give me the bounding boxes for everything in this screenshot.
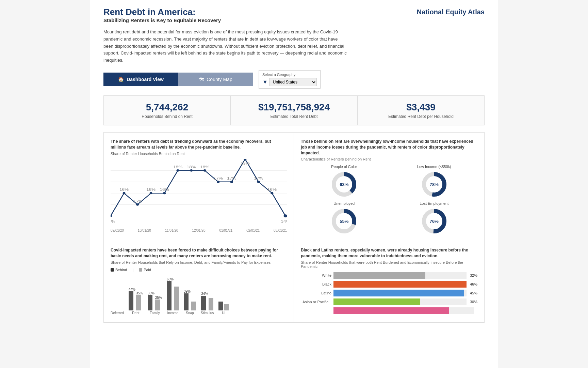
- legend-row: Behind | Paid: [111, 268, 287, 272]
- donut-pct-1: 63%: [340, 182, 348, 187]
- households-number: 5,744,262: [107, 102, 227, 113]
- legend-behind: Behind: [111, 268, 127, 272]
- stats-row: 5,744,262 Households Behind on Rent $19,…: [103, 95, 485, 125]
- donut-grid: People of Color 63% Low Income (<$50k): [301, 165, 477, 235]
- legend-dot-paid: [139, 268, 142, 272]
- x-label: 03/01/21: [274, 229, 287, 232]
- title-block: Rent Debt in America: Stabilizing Renter…: [103, 7, 221, 23]
- legend-dot-behind: [111, 268, 114, 272]
- bar-label-income: Income: [167, 311, 179, 315]
- line-label: 18%: [173, 165, 182, 169]
- bar-track-white: [333, 272, 467, 279]
- bar-behind-ui: [218, 302, 223, 310]
- data-point: [271, 192, 273, 194]
- bar-label-stimulus: Stimulus: [201, 311, 214, 315]
- donut-pct-4: 76%: [430, 219, 439, 224]
- bar-track-other: [333, 307, 474, 314]
- bar-label-ui: UI: [222, 311, 225, 315]
- bar-col-snap: 39% Snap: [184, 280, 196, 315]
- x-label: 02/01/21: [246, 229, 260, 232]
- bar-paid-income: [174, 287, 179, 310]
- bar-col-debt: 44% 35% Debt: [129, 280, 143, 315]
- county-map-label: County Map: [207, 77, 232, 82]
- grouped-bar-subtitle: Share of Renter Households that Rely on …: [111, 260, 287, 264]
- intro-text: Mounting rent debt and the potential for…: [103, 29, 348, 64]
- data-point: [177, 169, 179, 172]
- bar-fill-asian: [333, 298, 420, 305]
- bar-wrap-paid-income: [174, 287, 179, 310]
- data-point: [190, 169, 193, 172]
- charts-grid-top: The share of renters with debt is trendi…: [103, 132, 485, 323]
- bar-paid-family: [155, 300, 160, 310]
- bar-pct-black: 46%: [470, 282, 477, 286]
- nav-bar: 🏠 Dashboard View 🗺 County Map Select a G…: [103, 70, 485, 89]
- bar-wrap-paid-stimulus: [209, 298, 213, 310]
- donut-container-4: 76%: [421, 208, 448, 235]
- households-label: Households Behind on Rent: [107, 114, 227, 119]
- donut-container-1: 63%: [330, 171, 358, 198]
- donut-chart-title: Those behind on rent are overwhelmingly …: [301, 139, 477, 156]
- line-label: 19%: [241, 161, 250, 165]
- line-chart-subtitle: Share of Renter Households Behind on Ren…: [111, 152, 287, 156]
- bar-wrap-behind-ui: [218, 302, 223, 310]
- bar-col-deferred: Deferred: [111, 280, 124, 315]
- bar-row-white: White 32%: [301, 272, 477, 279]
- line-label: 15%: [133, 199, 142, 203]
- grouped-bar-area: Deferred 44% 35% Debt: [111, 274, 287, 315]
- donut-charts-panel: Those behind on rent are overwhelmingly …: [294, 133, 484, 241]
- filter-icon: ▼: [262, 79, 268, 85]
- county-map-button[interactable]: 🗺 County Map: [178, 73, 253, 86]
- data-point: [150, 192, 152, 194]
- home-icon: 🏠: [118, 77, 124, 82]
- donut-container-2: 78%: [421, 171, 448, 198]
- line-label: 17%: [214, 176, 223, 181]
- bar-behind-debt: [129, 291, 133, 310]
- bar-val-behind-debt: 44%: [129, 288, 135, 291]
- bar-pair-income: 68%: [167, 280, 179, 310]
- bar-paid-debt: [136, 295, 141, 310]
- line-label: 16%: [119, 187, 129, 192]
- stat-total-debt: $19,751,758,924 Estimated Total Rent Deb…: [231, 96, 358, 125]
- bar-track-asian: [333, 298, 467, 305]
- bar-pair-deferred: [112, 280, 122, 310]
- bar-behind-stimulus: [201, 296, 206, 310]
- map-icon: 🗺: [199, 77, 204, 82]
- stat-per-household: $3,439 Estimated Rent Debt per Household: [358, 96, 484, 125]
- bar-label-black: Black: [301, 282, 331, 286]
- bar-row-asian: Asian or Pacific... 30%: [301, 298, 477, 305]
- legend-separator: |: [132, 268, 133, 272]
- bar-pair-ui: [218, 280, 229, 310]
- bar-val-behind-family: 35%: [148, 291, 154, 295]
- bar-fill-latino: [333, 290, 464, 296]
- line-chart-svg: 14% 16% 15% 16% 16% 18% 18% 18% 17% 17% …: [111, 159, 287, 227]
- donut-chart-subtitle: Characteristics of Renters Behind on Ren…: [301, 157, 477, 161]
- line-chart-polyline: [111, 159, 285, 216]
- bar-pair-debt: 44% 35%: [129, 280, 143, 310]
- dashboard-view-button[interactable]: 🏠 Dashboard View: [103, 73, 178, 86]
- bar-row-black: Black 46%: [301, 281, 477, 288]
- bar-col-ui: UI: [218, 280, 229, 315]
- line-label: 18%: [187, 165, 196, 169]
- bar-label-deferred: Deferred: [111, 311, 124, 315]
- per-household-label: Estimated Rent Debt per Household: [361, 114, 481, 119]
- donut-lost-employment: Lost Employment 76%: [391, 201, 478, 235]
- bar-paid-ui: [224, 304, 229, 310]
- donut-pct-2: 78%: [430, 182, 439, 187]
- bar-behind-income: [167, 281, 172, 310]
- bar-label-debt: Debt: [132, 311, 139, 315]
- horiz-bar-subtitle: Share of Renter Households that were bot…: [301, 260, 477, 269]
- bar-col-stimulus: 34% Stimulus: [201, 280, 214, 315]
- bar-pair-family: 35% 25%: [148, 280, 162, 310]
- donut-people-of-color: People of Color 63%: [301, 165, 388, 198]
- donut-label-3: Unemployed: [333, 201, 355, 205]
- bar-wrap-behind-debt: 44%: [129, 288, 135, 310]
- bar-fill-black: [333, 281, 467, 288]
- bar-label-snap: Snap: [186, 311, 194, 315]
- bar-label-latino: Latino: [301, 291, 331, 295]
- page-container: Rent Debt in America: Stabilizing Renter…: [90, 0, 498, 368]
- bar-pair-stimulus: 34%: [201, 280, 213, 310]
- bar-wrap-paid-snap: [191, 302, 196, 310]
- page-subtitle: Stabilizing Renters is Key to Equitable …: [103, 17, 221, 23]
- geo-select[interactable]: United States: [269, 78, 317, 86]
- x-label: 09/01/20: [111, 229, 124, 232]
